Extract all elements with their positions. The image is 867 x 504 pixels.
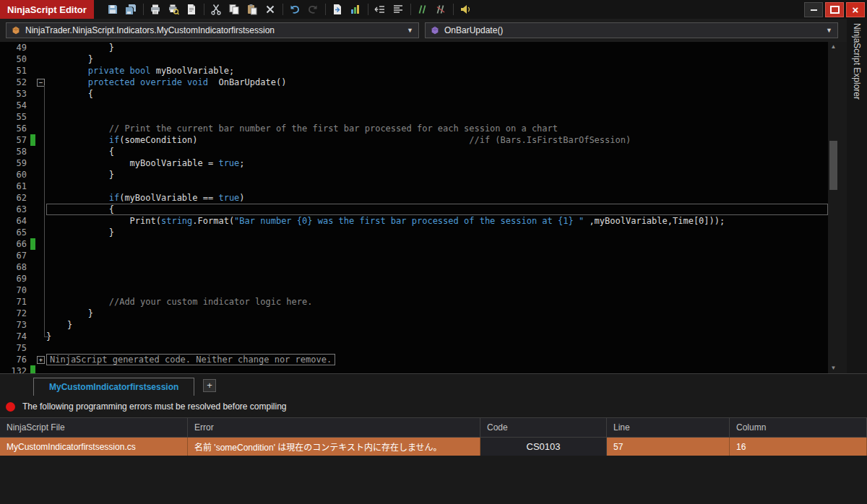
collapsed-region-label[interactable]: NinjaScript generated code. Neither chan…: [46, 354, 335, 365]
code-text[interactable]: [46, 365, 828, 373]
new-tab-button[interactable]: +: [203, 379, 216, 392]
line-number[interactable]: 69: [0, 273, 30, 284]
line-number[interactable]: 52: [0, 77, 30, 88]
line-number[interactable]: 74: [0, 331, 30, 342]
editor-scrollbar[interactable]: ▲ ▼: [828, 42, 839, 373]
line-number[interactable]: 54: [0, 100, 30, 111]
code-text[interactable]: }: [46, 227, 828, 238]
scroll-up-icon[interactable]: ▲: [828, 42, 839, 52]
line-number[interactable]: 50: [0, 53, 30, 65]
compile-icon[interactable]: [347, 1, 365, 17]
line-number[interactable]: 58: [0, 146, 30, 157]
line-number[interactable]: 55: [0, 111, 30, 123]
line-number[interactable]: 49: [0, 42, 30, 53]
line-number[interactable]: 75: [0, 342, 30, 354]
code-text[interactable]: protected override void OnBarUpdate(): [46, 77, 828, 88]
line-number[interactable]: 53: [0, 88, 30, 100]
copy-icon[interactable]: [225, 1, 243, 17]
line-number[interactable]: 67: [0, 250, 30, 261]
method-selector-dropdown[interactable]: OnBarUpdate() ▼: [425, 22, 838, 38]
code-text[interactable]: }: [46, 42, 828, 53]
error-row[interactable]: MyCustomIndicatorfirstsession.cs名前 'some…: [0, 438, 867, 456]
minimize-button[interactable]: [804, 2, 823, 17]
snippet-icon[interactable]: [329, 1, 347, 17]
column-header-ninjascript-file[interactable]: NinjaScript File: [0, 418, 188, 437]
line-number[interactable]: 76: [0, 354, 30, 365]
column-header-column[interactable]: Column: [730, 418, 867, 437]
code-text[interactable]: [46, 100, 828, 111]
column-header-line[interactable]: Line: [607, 418, 730, 437]
undo-icon[interactable]: [286, 1, 304, 17]
code-text[interactable]: [46, 342, 828, 354]
line-number[interactable]: 59: [0, 157, 30, 169]
print-preview-icon[interactable]: [165, 1, 183, 17]
save-all-icon[interactable]: [122, 1, 140, 17]
code-text[interactable]: }: [46, 331, 828, 342]
line-number[interactable]: 68: [0, 261, 30, 273]
save-icon[interactable]: [104, 1, 122, 17]
code-line: 61: [0, 181, 828, 192]
code-text[interactable]: if(myBoolVariable == true): [46, 192, 828, 204]
redo-icon[interactable]: [304, 1, 322, 17]
cut-icon[interactable]: [207, 1, 225, 17]
code-text[interactable]: myBoolVariable = true;: [46, 157, 828, 169]
outdent-icon[interactable]: [371, 1, 389, 17]
line-number[interactable]: 63: [0, 204, 30, 215]
code-text[interactable]: [46, 111, 828, 123]
scroll-down-icon[interactable]: ▼: [828, 363, 839, 373]
line-number[interactable]: 61: [0, 181, 30, 192]
code-text[interactable]: if(someCondition) //if (Bars.IsFirstBarO…: [46, 134, 828, 146]
line-number[interactable]: 70: [0, 284, 30, 296]
code-text[interactable]: {: [46, 146, 828, 157]
uncomment-icon[interactable]: [432, 1, 450, 17]
format-icon[interactable]: [389, 1, 407, 17]
code-text[interactable]: NinjaScript generated code. Neither chan…: [46, 354, 828, 365]
scrollbar-thumb[interactable]: [829, 141, 837, 190]
code-text[interactable]: [46, 273, 828, 284]
code-text[interactable]: [46, 250, 828, 261]
line-number[interactable]: 62: [0, 192, 30, 204]
line-number[interactable]: 51: [0, 65, 30, 77]
line-number[interactable]: 57: [0, 134, 30, 146]
close-button[interactable]: ×: [846, 2, 865, 17]
column-header-code[interactable]: Code: [480, 418, 607, 437]
code-text[interactable]: [46, 261, 828, 273]
print-icon[interactable]: [147, 1, 165, 17]
expand-region-icon[interactable]: +: [37, 356, 45, 364]
line-number[interactable]: 56: [0, 123, 30, 134]
delete-icon[interactable]: [262, 1, 280, 17]
code-text[interactable]: }: [46, 319, 828, 331]
code-text[interactable]: // Print the current bar number of the f…: [46, 123, 828, 134]
ninjascript-explorer-tab[interactable]: NinjaScript Explorer: [847, 19, 867, 373]
code-text[interactable]: //Add your custom indicator logic here.: [46, 296, 828, 308]
alert-icon[interactable]: [457, 1, 475, 17]
line-number[interactable]: 64: [0, 215, 30, 227]
class-selector-dropdown[interactable]: NinjaTrader.NinjaScript.Indicators.MyCus…: [6, 22, 419, 38]
line-number[interactable]: 60: [0, 169, 30, 181]
code-text[interactable]: }: [46, 53, 828, 65]
document-tab-label: MyCustomIndicatorfirstsession: [49, 382, 178, 392]
page-setup-icon[interactable]: [183, 1, 201, 17]
line-number[interactable]: 71: [0, 296, 30, 308]
column-header-error[interactable]: Error: [188, 418, 480, 437]
code-text[interactable]: [46, 284, 828, 296]
paste-icon[interactable]: [243, 1, 262, 17]
code-editor[interactable]: 49 }50 }51 private bool myBoolVariable;5…: [0, 42, 828, 373]
code-text[interactable]: {: [46, 204, 828, 215]
line-number[interactable]: 72: [0, 308, 30, 319]
maximize-button[interactable]: [825, 2, 844, 17]
code-text[interactable]: [46, 238, 828, 250]
code-text[interactable]: }: [46, 169, 828, 181]
line-number[interactable]: 132: [0, 365, 30, 373]
code-text[interactable]: private bool myBoolVariable;: [46, 65, 828, 77]
line-number[interactable]: 65: [0, 227, 30, 238]
code-text[interactable]: {: [46, 88, 828, 100]
tab-mycustomindicatorfirstsession[interactable]: MyCustomIndicatorfirstsession: [33, 378, 194, 396]
code-text[interactable]: Print(string.Format("Bar number {0} was …: [46, 215, 828, 227]
code-text[interactable]: }: [46, 308, 828, 319]
line-number[interactable]: 66: [0, 238, 30, 250]
comment-icon[interactable]: [414, 1, 432, 17]
fold-gutter: [35, 53, 46, 65]
code-text[interactable]: [46, 181, 828, 192]
line-number[interactable]: 73: [0, 319, 30, 331]
